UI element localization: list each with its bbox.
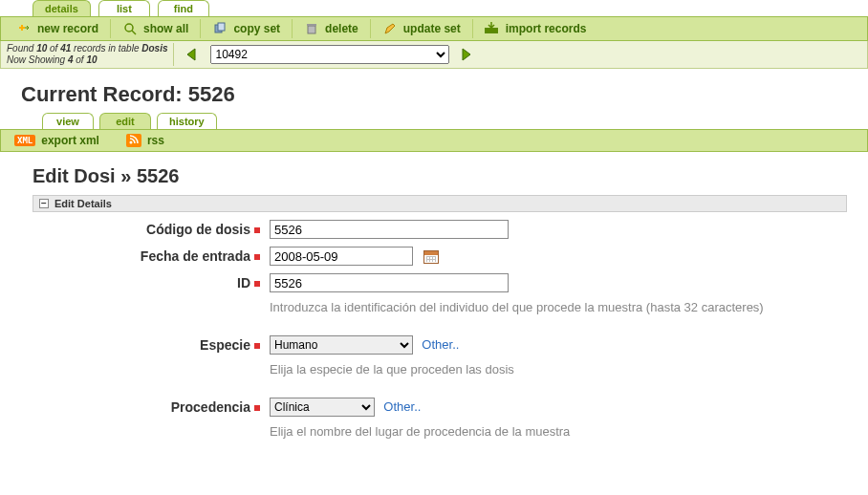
required-icon [254,343,260,349]
show-all-label: show all [143,22,188,35]
hint-especie: Elija la especie de la que proceden las … [270,362,847,377]
required-icon [254,227,260,233]
label-especie: Especie [33,335,270,353]
record-select[interactable]: 10492 [210,45,449,64]
show-all-button[interactable]: show all [111,19,201,38]
row-procedencia: Procedencia Clínica Other.. Elija el nom… [33,398,847,452]
main-toolbar: new record show all copy set delete upda… [0,16,868,41]
delete-label: delete [325,22,358,35]
trash-icon [304,21,319,36]
svg-rect-4 [308,26,315,33]
tab-edit[interactable]: edit [99,113,151,129]
rss-icon [126,134,141,147]
tab-history[interactable]: history [157,113,217,129]
calendar-icon[interactable] [423,250,439,264]
svg-point-7 [129,141,132,144]
rss-label: rss [147,134,164,147]
copy-icon [212,21,228,36]
top-tabs: details list find [0,0,868,16]
section-edit-details: − Edit Details [33,195,847,212]
label-codigo: Código de dosis [33,220,270,237]
new-record-button[interactable]: new record [5,19,111,38]
other-link-especie[interactable]: Other.. [422,337,459,352]
hint-procedencia: Elija el nombre del lugar de procedencia… [270,424,847,439]
update-set-button[interactable]: update set [371,19,473,38]
label-fecha: Fecha de entrada [33,247,270,264]
label-id: ID [33,273,270,291]
pencil-icon [382,21,398,36]
required-icon [254,281,260,287]
edit-form: Código de dosis Fecha de entrada ID Intr… [0,220,868,479]
records-bar: Found 10 of 41 records in table Dosis No… [0,41,868,69]
collapse-toggle[interactable]: − [39,199,49,208]
magnifier-icon [122,21,138,36]
plus-arrow-icon [16,21,32,36]
section-title: Edit Details [54,198,112,209]
label-procedencia: Procedencia [33,398,270,415]
tab-details[interactable]: details [33,0,91,16]
import-records-button[interactable]: import records [473,19,598,38]
tab-view[interactable]: view [42,113,94,129]
sub-tabs: view edit history [0,113,868,129]
tab-list[interactable]: list [98,0,150,16]
svg-rect-5 [307,24,316,26]
xml-icon: XML [14,135,35,146]
tab-find[interactable]: find [158,0,209,16]
input-fecha[interactable] [270,247,413,266]
next-record-button[interactable] [457,46,478,63]
new-record-label: new record [37,22,98,35]
input-id[interactable] [270,273,509,292]
svg-line-1 [132,31,136,34]
required-icon [254,405,260,411]
current-record-heading: Current Record: 5526 [0,69,868,113]
row-id: ID Introduzca la identificación del indi… [33,273,847,328]
row-especie: Especie Humano Other.. Elija la especie … [33,335,847,390]
records-info: Found 10 of 41 records in table Dosis No… [7,43,174,66]
update-set-label: update set [403,22,461,35]
sub-toolbar: XML export xml rss [0,129,868,152]
prev-record-button[interactable] [182,46,203,63]
import-icon [485,21,500,36]
hint-id: Introduzca la identificación del individ… [270,300,847,314]
required-icon [254,254,260,260]
row-codigo: Código de dosis [33,220,847,239]
export-xml-label: export xml [41,134,99,147]
other-link-procedencia[interactable]: Other.. [383,399,421,414]
import-records-label: import records [506,22,587,35]
export-xml-button[interactable]: XML export xml [11,132,103,149]
row-fecha: Fecha de entrada [33,247,847,266]
rss-button[interactable]: rss [122,132,168,149]
select-procedencia[interactable]: Clínica [270,398,375,417]
delete-button[interactable]: delete [293,19,371,38]
copy-set-label: copy set [233,22,280,35]
input-codigo[interactable] [270,220,509,239]
select-especie[interactable]: Humano [270,335,413,355]
edit-title: Edit Dosi » 5526 [0,152,868,193]
svg-rect-3 [218,23,225,31]
copy-set-button[interactable]: copy set [201,19,293,38]
svg-point-0 [125,24,133,32]
